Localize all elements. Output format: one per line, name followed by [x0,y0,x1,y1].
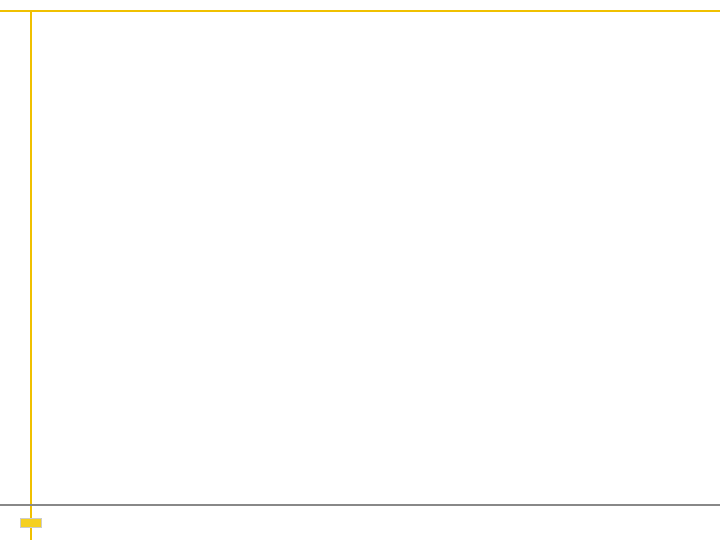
footer [0,504,720,540]
diagram-container [40,10,680,490]
connectors-svg [40,10,680,490]
left-accent-bar [0,0,32,540]
footer-title [20,518,42,528]
